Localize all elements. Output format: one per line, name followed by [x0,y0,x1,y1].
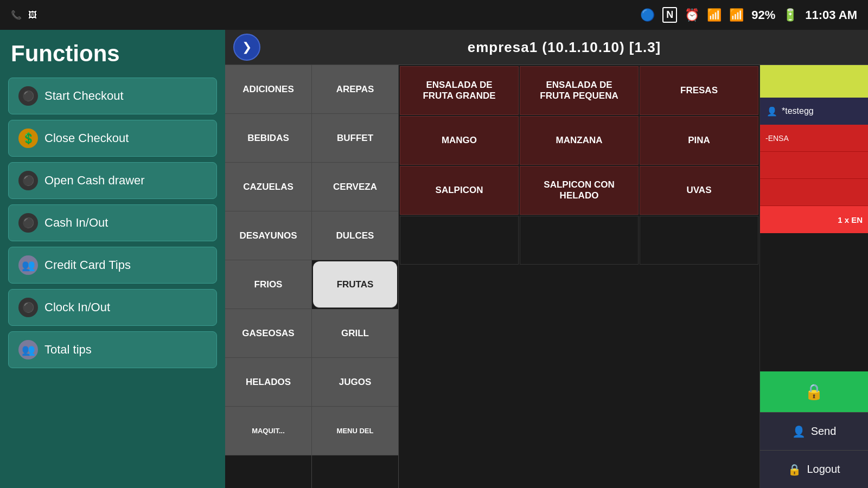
total-tips-icon: 👥 [18,340,38,359]
battery-icon: 🔋 [783,8,797,22]
image-icon: 🖼 [28,10,37,20]
item-mango[interactable]: MANGO [400,116,519,165]
status-bar-right: 🔵 N ⏰ 📶 📶 92% 🔋 11:03 AM [640,7,857,23]
send-label: Send [811,425,837,438]
status-bar: 📞 🖼 🔵 N ⏰ 📶 📶 92% 🔋 11:03 AM [0,0,868,30]
nav-arrow-button[interactable]: ❯ [233,34,260,61]
send-icon: 👤 [792,425,806,438]
total-tips-button[interactable]: 👥 Total tips [8,331,217,368]
sidebar-title: Functions [8,41,217,67]
cat-gaseosas[interactable]: GASEOSAS [225,309,311,358]
content-area: ❯ empresa1 (10.1.10.10) [1.3] ADICIONES … [225,30,868,488]
open-cash-drawer-label: Open Cash drawer [44,174,145,188]
clock-in-out-label: Clock In/Out [44,300,110,314]
lock-button[interactable]: 🔒 [760,371,868,412]
items-grid: ENSALADA DEFRUTA GRANDE ENSALADA DEFRUTA… [399,65,760,488]
open-cash-drawer-button[interactable]: ⚫ Open Cash drawer [8,162,217,199]
item-ensalada-grande[interactable]: ENSALADA DEFRUTA GRANDE [400,66,519,115]
order-header [760,65,868,98]
logout-button[interactable]: 🔒 Logout [760,450,868,488]
item-empty-2 [520,216,639,265]
cat-cerveza[interactable]: CERVEZA [312,163,398,211]
header-bar: ❯ empresa1 (10.1.10.10) [1.3] [225,30,868,65]
cat-bebidas[interactable]: BEBIDAS [225,114,311,163]
item-empty-3 [640,216,758,265]
cat-buffet[interactable]: BUFFET [312,114,398,163]
credit-card-tips-button[interactable]: 👥 Credit Card Tips [8,247,217,284]
credit-card-tips-icon: 👥 [18,255,38,275]
sidebar: Functions ⚫ Start Checkout 💲 Close Check… [0,30,225,488]
clock-icon: ⚫ [18,298,38,317]
cat-menu-del[interactable]: MENU DEL [312,407,398,455]
cash-in-out-button[interactable]: ⚫ Cash In/Out [8,204,217,241]
user-label: *testegg [782,106,814,116]
cat-arepas[interactable]: AREPAS [312,65,398,114]
item-empty-1 [400,216,519,265]
grid-area: ADICIONES BEBIDAS CAZUELAS DESAYUNOS FRI… [225,65,868,488]
category-column-1: ADICIONES BEBIDAS CAZUELAS DESAYUNOS FRI… [225,65,312,488]
order-item-1[interactable]: -ENSA [760,125,868,152]
total-tips-label: Total tips [44,343,92,357]
credit-card-tips-label: Credit Card Tips [44,258,131,272]
cash-in-out-label: Cash In/Out [44,216,108,230]
item-salpicon[interactable]: SALPICON [400,166,519,215]
cash-in-out-icon: ⚫ [18,213,38,233]
item-ensalada-pequena[interactable]: ENSALADA DEFRUTA PEQUENA [520,66,639,115]
right-panel: 👤 *testegg -ENSA 1 x EN 🔒 👤 Send [760,65,868,488]
wifi-icon: 📶 [707,8,722,22]
cat-frutas[interactable]: FRUTAS [313,261,397,308]
cat-cazuelas[interactable]: CAZUELAS [225,163,311,211]
order-item-3[interactable] [760,179,868,206]
start-checkout-label: Start Checkout [44,89,124,103]
cat-jugos[interactable]: JUGOS [312,358,398,407]
order-total-label: 1 x EN [838,215,863,224]
order-total-row: 1 x EN [760,206,868,233]
cat-adiciones[interactable]: ADICIONES [225,65,311,114]
item-uvas[interactable]: UVAS [640,166,758,215]
battery-label: 92% [751,8,775,22]
logout-icon: 🔒 [788,463,801,476]
cat-frios[interactable]: FRIOS [225,260,311,309]
cat-desayunos[interactable]: DESAYUNOS [225,211,311,260]
cash-drawer-icon: ⚫ [18,171,38,190]
user-avatar-icon: 👤 [767,106,777,117]
close-checkout-button[interactable]: 💲 Close Checkout [8,120,217,157]
cat-maquitos[interactable]: MAQUIT... [225,407,311,455]
item-fresas[interactable]: FRESAS [640,66,758,115]
time-display: 11:03 AM [805,8,857,22]
user-badge: 👤 *testegg [760,98,868,125]
order-item-2[interactable] [760,152,868,179]
phone-icon: 📞 [11,10,22,20]
nfc-icon: N [662,7,677,23]
lock-icon: 🔒 [805,383,824,401]
order-item-1-label: -ENSA [765,134,789,143]
category-column-2: AREPAS BUFFET CERVEZA DULCES FRUTAS GRIL… [312,65,399,488]
start-checkout-icon: ⚫ [18,86,38,106]
alarm-icon: ⏰ [685,8,699,22]
send-button[interactable]: 👤 Send [760,412,868,450]
close-checkout-icon: 💲 [18,129,38,148]
bluetooth-icon: 🔵 [640,8,655,22]
logout-label: Logout [807,463,840,476]
clock-in-out-button[interactable]: ⚫ Clock In/Out [8,289,217,326]
close-checkout-label: Close Checkout [44,131,129,145]
start-checkout-button[interactable]: ⚫ Start Checkout [8,78,217,114]
item-manzana[interactable]: MANZANA [520,116,639,165]
cat-dulces[interactable]: DULCES [312,211,398,260]
item-pina[interactable]: PINA [640,116,758,165]
item-salpicon-helado[interactable]: SALPICON CONHELADO [520,166,639,215]
main-container: Functions ⚫ Start Checkout 💲 Close Check… [0,30,868,488]
cat-grill[interactable]: GRILL [312,309,398,358]
header-title: empresa1 (10.1.10.10) [1.3] [269,39,860,56]
cat-helados[interactable]: HELADOS [225,358,311,407]
signal-icon: 📶 [729,8,744,22]
status-bar-left: 📞 🖼 [11,10,37,20]
